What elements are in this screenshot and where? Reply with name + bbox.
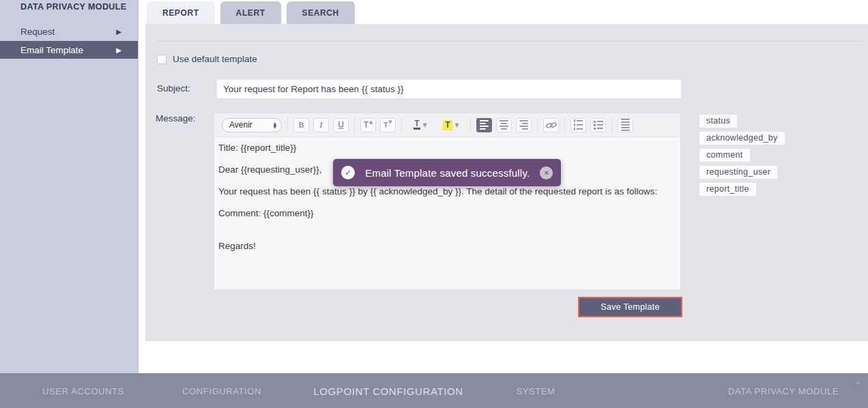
align-right-button[interactable] xyxy=(516,118,532,132)
tab-search[interactable]: SEARCH xyxy=(287,1,355,24)
placeholder-tag-requesting-user[interactable]: requesting_user xyxy=(699,166,777,179)
placeholder-tag-acknowledged-by[interactable]: acknowledged_by xyxy=(699,132,785,145)
footer-nav: USER ACCOUNTS CONFIGURATION LOGPOINT CON… xyxy=(0,373,868,408)
message-label: Message: xyxy=(156,113,196,123)
align-left-icon xyxy=(480,120,489,130)
tab-report[interactable]: REPORT xyxy=(147,1,215,24)
message-line: Comment: {{comment}} xyxy=(218,209,676,218)
success-check-icon: ✓ xyxy=(341,166,355,179)
updown-caret-icon: ▲▼ xyxy=(273,121,276,128)
footer-item-data-privacy-module[interactable]: DATA PRIVACY MODULE xyxy=(728,385,839,396)
text-color-icon: T xyxy=(414,120,420,130)
scroll-top-icon[interactable]: ⌃ xyxy=(853,381,863,390)
message-editor: Avenir ▲▼ B I U T▲ T▼ T ▼ xyxy=(214,113,681,290)
font-size-down-glyph: T xyxy=(384,121,388,129)
font-size-increase-button[interactable]: T▲ xyxy=(360,118,376,132)
app-root: DATA PRIVACY MODULE Request ▶ Email Temp… xyxy=(0,0,868,408)
align-center-icon xyxy=(500,120,508,130)
unordered-list-icon xyxy=(594,121,603,130)
justify-icon xyxy=(621,119,630,131)
save-template-button[interactable]: Save Template xyxy=(578,297,682,317)
placeholder-tag-status[interactable]: status xyxy=(699,115,737,128)
font-size-decrease-button[interactable]: T▼ xyxy=(380,118,396,132)
bold-button[interactable]: B xyxy=(293,118,309,132)
paragraph-style-button[interactable] xyxy=(618,118,633,132)
insert-link-button[interactable] xyxy=(543,118,559,132)
divider xyxy=(401,117,402,132)
chevron-right-icon: ▶ xyxy=(116,28,121,35)
divider xyxy=(354,117,355,132)
align-left-button[interactable] xyxy=(476,118,492,132)
font-size-up-glyph: T xyxy=(364,120,368,130)
chevron-down-icon: ▼ xyxy=(423,122,427,128)
sidebar-item-label: Request xyxy=(20,27,55,37)
placeholder-tag-comment[interactable]: comment xyxy=(699,149,750,162)
link-icon xyxy=(546,121,557,130)
toast-close-button[interactable]: ✕ xyxy=(540,166,553,179)
use-default-template-label: Use default template xyxy=(173,54,257,64)
use-default-template-checkbox[interactable] xyxy=(157,55,167,64)
align-right-icon xyxy=(519,120,528,130)
chevron-down-icon: ▼ xyxy=(455,122,459,128)
underline-button[interactable]: U xyxy=(333,118,349,132)
divider xyxy=(287,117,288,132)
sidebar-item-label: Email Template xyxy=(20,45,83,55)
subject-label: Subject: xyxy=(157,83,190,93)
toast-message: Email Template saved successfully. xyxy=(365,167,530,179)
use-default-template-row: Use default template xyxy=(157,54,257,64)
footer-item-configuration[interactable]: CONFIGURATION xyxy=(182,385,261,396)
font-family-select[interactable]: Avenir ▲▼ xyxy=(222,118,282,132)
subject-input[interactable] xyxy=(217,80,681,98)
italic-button[interactable]: I xyxy=(313,118,329,132)
placeholder-tag-report-title[interactable]: report_title xyxy=(699,183,756,196)
editor-toolbar: Avenir ▲▼ B I U T▲ T▼ T ▼ xyxy=(214,113,680,137)
footer-item-user-accounts[interactable]: USER ACCOUNTS xyxy=(42,385,124,396)
footer-item-system[interactable]: SYSTEM xyxy=(516,385,555,396)
footer-item-logpoint-configuration[interactable]: LOGPOINT CONFIGURATION xyxy=(313,385,463,396)
unordered-list-button[interactable] xyxy=(590,118,606,132)
tab-bar: REPORT ALERT SEARCH xyxy=(147,1,355,24)
text-color-button[interactable]: T ▼ xyxy=(407,118,433,132)
highlight-color-button[interactable]: T ▼ xyxy=(437,118,465,132)
sidebar: DATA PRIVACY MODULE Request ▶ Email Temp… xyxy=(0,0,139,373)
ordered-list-icon xyxy=(574,119,583,130)
sidebar-item-request[interactable]: Request ▶ xyxy=(0,23,138,40)
divider xyxy=(537,117,538,132)
divider xyxy=(611,117,612,132)
divider xyxy=(157,41,863,42)
align-center-button[interactable] xyxy=(496,118,512,132)
divider xyxy=(470,117,471,132)
placeholder-tag-list: status acknowledged_by comment requestin… xyxy=(699,115,785,196)
ordered-list-button[interactable] xyxy=(570,118,586,132)
message-line: Regards! xyxy=(218,242,676,251)
highlight-color-icon: T xyxy=(443,120,452,130)
blank-line xyxy=(218,231,676,242)
message-line: Title: {{report_title}} xyxy=(218,143,676,153)
save-template-label: Save Template xyxy=(601,302,659,312)
chevron-right-icon: ▶ xyxy=(116,46,121,54)
message-line: Your request has been {{ status }} by {{… xyxy=(218,187,676,196)
font-family-value: Avenir xyxy=(229,120,252,130)
toast-notification: ✓ Email Template saved successfully. ✕ xyxy=(333,159,561,186)
tab-alert[interactable]: ALERT xyxy=(220,1,281,24)
sidebar-item-email-template[interactable]: Email Template ▶ xyxy=(0,41,138,59)
divider xyxy=(564,117,565,132)
sidebar-title: DATA PRIVACY MODULE xyxy=(20,2,127,12)
